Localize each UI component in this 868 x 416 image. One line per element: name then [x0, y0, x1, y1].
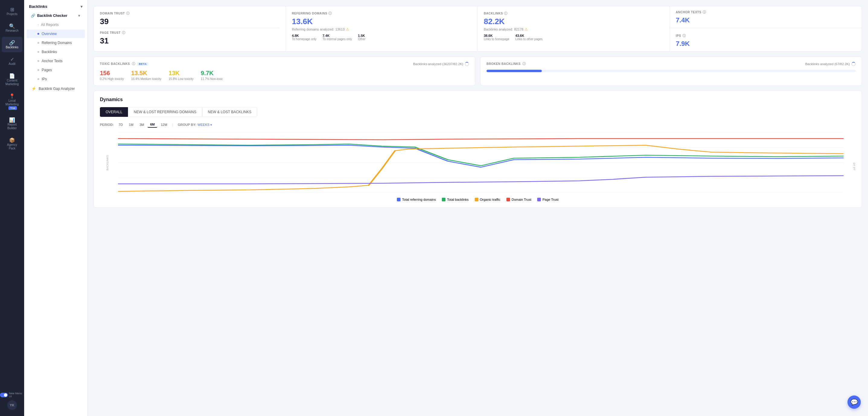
main-content: DOMAIN TRUST ⓘ 39 PAGE TRUST ⓘ 31 REFERR… — [88, 0, 868, 416]
tab-new-lost-referring[interactable]: NEW & LOST REFERRING DOMAINS — [128, 107, 202, 117]
legend-backlinks[interactable]: Total backlinks — [442, 198, 469, 201]
period-3m[interactable]: 3M — [137, 122, 146, 127]
y-axis-right-label: DT PT — [852, 163, 856, 171]
nav-item-pages[interactable]: Pages — [27, 66, 85, 74]
ips-info-icon[interactable]: ⓘ — [682, 33, 686, 38]
nav-item-overview-label: Overview — [42, 32, 57, 36]
nav-item-all-reports[interactable]: ↑ All Reports — [27, 21, 85, 29]
backlink-checker-label: Backlink Checker — [37, 13, 67, 18]
nav-dot-ips — [37, 78, 39, 80]
nav-item-referring-domains[interactable]: Referring Domains — [27, 39, 85, 47]
toxic-info-icon[interactable]: ⓘ — [132, 62, 135, 66]
nav-item-pages-label: Pages — [42, 68, 52, 72]
chat-icon: 💬 — [850, 398, 858, 406]
anchor-texts-half: ANCHOR TEXTS ⓘ 7.4K — [670, 6, 862, 28]
backlinks-warn-icon: ⚠ — [525, 27, 528, 31]
broken-title: BROKEN BACKLINKS ⓘ — [487, 62, 526, 66]
new-menu-toggle-row: New Menu UI — [0, 392, 24, 398]
anchor-info-icon[interactable]: ⓘ — [703, 10, 706, 14]
sidebar-item-content-marketing[interactable]: 📄 Content Marketing — [2, 70, 22, 89]
backlinks-stat-label: BACKLINKS ⓘ — [484, 11, 663, 16]
legend-page-trust[interactable]: Page Trust — [537, 198, 558, 201]
period-1m[interactable]: 1M — [126, 122, 136, 127]
referring-sub-2: 1.5K Other — [358, 34, 366, 41]
chat-button[interactable]: 💬 — [847, 395, 861, 409]
period-separator: | — [172, 123, 173, 126]
sidebar-item-report-label: Report Builder — [3, 123, 21, 130]
period-12m[interactable]: 12M — [158, 122, 169, 127]
sidebar-item-report-builder[interactable]: 📊 Report Builder — [2, 114, 22, 133]
sidebar-item-projects[interactable]: ⊞ Projects — [2, 4, 22, 19]
toxic-val-1: 13.5K — [131, 70, 161, 77]
nav-item-backlink-checker[interactable]: 🔗 Backlink Checker ▾ — [27, 11, 85, 20]
referring-domains-info-icon[interactable]: ⓘ — [329, 11, 332, 16]
period-label: PERIOD: — [100, 123, 114, 126]
referring-domains-value: 13.6K — [292, 18, 471, 25]
tab-overall[interactable]: OVERALL — [100, 107, 128, 117]
nav-section-title: Backlinks ▾ — [24, 0, 87, 11]
nav-item-ips-label: IPs — [42, 77, 47, 81]
legend-referring-domains[interactable]: Total referring domains — [397, 198, 436, 201]
dynamics-card: Dynamics OVERALL NEW & LOST REFERRING DO… — [94, 91, 862, 208]
nav-item-gap-analyzer[interactable]: ⚡ Backlink Gap Analyzer — [27, 84, 85, 93]
backlinks-sub-row: 38.6K Links to homepage 43.6K Links to o… — [484, 34, 663, 41]
local-marketing-icon: 📍 — [9, 93, 15, 99]
sidebar-item-research[interactable]: 🔍 Research — [2, 20, 22, 36]
legend-label-referring: Total referring domains — [402, 198, 436, 201]
anchor-texts-value: 7.4K — [676, 16, 856, 24]
research-icon: 🔍 — [9, 23, 15, 29]
toxic-loading-spinner — [465, 62, 469, 66]
page-trust-value: 31 — [100, 37, 279, 45]
period-6m[interactable]: 6M — [148, 122, 157, 128]
domain-trust-info-icon[interactable]: ⓘ — [126, 11, 130, 16]
projects-icon: ⊞ — [10, 7, 14, 12]
nav-item-anchor-texts[interactable]: Anchor Texts — [27, 57, 85, 65]
ips-label: IPS ⓘ — [676, 33, 856, 38]
content-marketing-icon: 📄 — [9, 73, 15, 79]
group-label: GROUP BY: — [178, 123, 196, 126]
toxic-item-1: 13.5K 16.4% Medium toxicity — [131, 70, 161, 81]
avatar[interactable]: YK — [7, 400, 17, 410]
nav-dot-backlinks — [37, 51, 39, 53]
page-trust-info-icon[interactable]: ⓘ — [122, 30, 126, 35]
anchor-texts-label: ANCHOR TEXTS ⓘ — [676, 10, 856, 14]
nav-item-overview[interactable]: Overview — [27, 30, 85, 38]
nav-collapse-icon[interactable]: ▾ — [81, 4, 83, 9]
tab-new-lost-backlinks[interactable]: NEW & LOST BACKLINKS — [202, 107, 257, 117]
y-axis-label: BACKLINKS — [106, 155, 109, 171]
sidebar-item-projects-label: Projects — [7, 12, 18, 16]
legend-row: Total referring domains Total backlinks … — [100, 198, 856, 201]
sidebar-item-backlinks[interactable]: 🔗 Backlinks — [2, 37, 22, 52]
sidebar-item-audit[interactable]: ✓ Audit — [2, 54, 22, 69]
broken-bar-fill — [487, 70, 542, 72]
nav-panel: Backlinks ▾ 🔗 Backlink Checker ▾ ↑ All R… — [24, 0, 88, 416]
backlinks-info-icon[interactable]: ⓘ — [504, 11, 508, 16]
toxic-card: TOXIC BACKLINKS ⓘ BETA Backlinks analyze… — [94, 56, 475, 86]
group-value[interactable]: WEEKS — [197, 123, 212, 126]
toxic-label-2: 15.8% Low toxicity — [169, 77, 194, 81]
broken-loading-spinner — [851, 62, 856, 66]
new-menu-toggle[interactable] — [0, 393, 8, 397]
domain-trust-label: DOMAIN TRUST ⓘ — [100, 11, 279, 16]
legend-domain-trust[interactable]: Domain Trust — [506, 198, 531, 201]
toxic-header: TOXIC BACKLINKS ⓘ BETA Backlinks analyze… — [100, 62, 469, 66]
chart-svg: 120K 80K 40K 0 26 Feb 04 Mar 11 Mar 18 — [118, 132, 843, 193]
toxic-values: 156 0.2% High toxicity 13.5K 16.4% Mediu… — [100, 70, 469, 81]
sidebar-item-audit-label: Audit — [9, 62, 16, 66]
agency-pack-icon: 📦 — [9, 137, 15, 143]
period-row: PERIOD: 7D 1M 3M 6M 12M | GROUP BY: WEEK… — [100, 122, 856, 128]
nav-item-backlinks[interactable]: Backlinks — [27, 48, 85, 56]
broken-info-icon[interactable]: ⓘ — [522, 62, 526, 66]
backlinks-sub-0: 38.6K Links to homepage — [484, 34, 509, 41]
period-7d[interactable]: 7D — [116, 122, 125, 127]
sidebar-item-agency-pack[interactable]: 📦 Agency Pack — [2, 134, 22, 153]
sidebar-item-local-marketing[interactable]: 📍 Local Marketing Trial — [2, 90, 22, 113]
referring-warn-icon: ⚠ — [346, 27, 349, 31]
analysis-row: TOXIC BACKLINKS ⓘ BETA Backlinks analyze… — [94, 56, 862, 86]
chart-container: 120K 80K 40K 0 26 Feb 04 Mar 11 Mar 18 — [100, 132, 856, 193]
nav-title-text: Backlinks — [29, 4, 48, 9]
legend-organic[interactable]: Organic traffic — [475, 198, 500, 201]
stats-row: DOMAIN TRUST ⓘ 39 PAGE TRUST ⓘ 31 REFERR… — [94, 6, 862, 52]
nav-item-ips[interactable]: IPs — [27, 75, 85, 83]
legend-label-backlinks: Total backlinks — [447, 198, 469, 201]
